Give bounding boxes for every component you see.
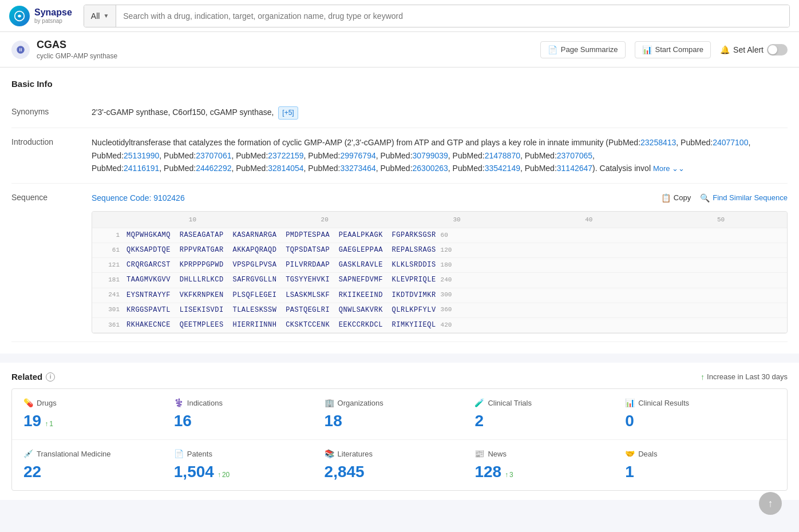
copy-button[interactable]: 📋 Copy bbox=[661, 192, 691, 204]
set-alert-toggle[interactable]: 🔔 Set Alert bbox=[720, 44, 788, 55]
indications-count-area: 16 bbox=[174, 412, 325, 430]
sequence-ruler: 10 20 30 40 50 bbox=[92, 212, 787, 228]
start-compare-button[interactable]: 📊 Start Compare bbox=[635, 41, 711, 58]
pubmed-link-9[interactable]: 23707065 bbox=[557, 151, 592, 160]
organizations-card-header: 🏢 Organizations bbox=[325, 398, 475, 407]
clinical-trials-card[interactable]: 🧪 Clinical Trials 2 bbox=[474, 398, 625, 430]
introduction-row: Introduction Nucleotidyltransferase that… bbox=[11, 128, 788, 184]
pubmed-link-15[interactable]: 33542149 bbox=[485, 164, 520, 173]
drugs-count: 19 bbox=[23, 412, 41, 430]
synonyms-more-badge[interactable]: [+5] bbox=[278, 106, 298, 120]
pubmed-link-2[interactable]: 24077100 bbox=[713, 138, 748, 147]
toggle-thumb bbox=[768, 45, 777, 54]
indications-card-header: ⚕️ Indications bbox=[174, 398, 325, 407]
basic-info-title: Basic Info bbox=[11, 79, 788, 89]
deals-card[interactable]: 🤝 Deals 1 bbox=[625, 449, 776, 481]
seq-end-2: 120 bbox=[441, 245, 452, 256]
sequence-box[interactable]: 10 20 30 40 50 1 MQPWHGKAMQ RASEAGATAP K… bbox=[92, 211, 788, 334]
increase-label: ↑ Increase in Last 30 days bbox=[701, 372, 788, 382]
pubmed-link-7[interactable]: 30799039 bbox=[413, 151, 448, 160]
summarize-icon: 📄 bbox=[548, 45, 557, 54]
search-area: All ▼ bbox=[84, 5, 790, 27]
increase-text: Increase in Last 30 days bbox=[707, 372, 788, 381]
clinical-results-icon: 📊 bbox=[625, 398, 635, 407]
pubmed-link-13[interactable]: 33273464 bbox=[340, 164, 375, 173]
ruler-30: 30 bbox=[391, 215, 523, 225]
logo-area: Synapse by patsnap bbox=[9, 6, 72, 26]
news-icon: 📰 bbox=[474, 449, 484, 458]
pubmed-link-10[interactable]: 24116191 bbox=[124, 164, 159, 173]
synonyms-text: 2'3'-cGAMP synthase, C6orf150, cGAMP syn… bbox=[92, 108, 274, 117]
deals-count-area: 1 bbox=[625, 463, 776, 481]
patents-card[interactable]: 📄 Patents 1,504 ↑ 20 bbox=[174, 449, 325, 481]
drugs-card-header: 💊 Drugs bbox=[23, 398, 174, 407]
pubmed-link-1[interactable]: 23258413 bbox=[640, 138, 676, 147]
sequence-value: Sequence Code: 9102426 📋 Copy 🔍 Find Sim… bbox=[92, 192, 788, 334]
drugs-card[interactable]: 💊 Drugs 19 ↑ 1 bbox=[23, 398, 174, 430]
sequence-code-link[interactable]: Sequence Code: 9102426 bbox=[92, 192, 185, 204]
translational-medicine-count-area: 22 bbox=[23, 463, 174, 481]
deals-icon: 🤝 bbox=[625, 449, 635, 458]
seq-data-5: EYSNTRAYYF VKFKRNPKEN PLSQFLEGEI LSASKML… bbox=[126, 290, 436, 301]
logo-text: Synapse by patsnap bbox=[34, 7, 72, 25]
search-input[interactable] bbox=[116, 5, 789, 27]
more-button[interactable]: More ⌄⌄ bbox=[653, 164, 685, 173]
seq-end-7: 420 bbox=[441, 320, 452, 331]
synonyms-label: Synonyms bbox=[11, 106, 92, 116]
clinical-trials-count-area: 2 bbox=[474, 412, 625, 430]
entity-name: CGAS bbox=[37, 39, 540, 51]
patents-count: 1,504 bbox=[174, 463, 214, 481]
translational-medicine-card-header: 💉 Translational Medicine bbox=[23, 449, 174, 458]
pubmed-link-14[interactable]: 26300263 bbox=[413, 164, 448, 173]
pubmed-link-4[interactable]: 23707061 bbox=[196, 151, 231, 160]
increase-arrow-icon: ↑ bbox=[701, 372, 705, 382]
find-similar-icon: 🔍 bbox=[700, 192, 710, 204]
indications-card[interactable]: ⚕️ Indications 16 bbox=[174, 398, 325, 430]
pubmed-link-8[interactable]: 21478870 bbox=[485, 151, 520, 160]
seq-num-7: 361 bbox=[97, 320, 120, 331]
intro-text: Nucleotidyltransferase that catalyzes th… bbox=[92, 138, 640, 147]
clinical-results-card[interactable]: 📊 Clinical Results 0 bbox=[625, 398, 776, 430]
seq-data-6: KRGGSPAVTL LISEKISVDI TLALESKSSW PASTQEG… bbox=[126, 305, 436, 316]
literatures-card[interactable]: 📚 Literatures 2,845 bbox=[325, 449, 475, 481]
brand-name: Synapse bbox=[34, 7, 72, 18]
copy-icon: 📋 bbox=[661, 192, 671, 204]
pubmed-link-11[interactable]: 24462292 bbox=[196, 164, 231, 173]
translational-medicine-label: Translational Medicine bbox=[37, 450, 111, 458]
news-card-header: 📰 News bbox=[474, 449, 625, 458]
seq-data-3: CRQRGARCST KPRPPPGPWD VPSPGLPVSA PILVRRD… bbox=[126, 260, 436, 271]
pubmed-link-3[interactable]: 25131990 bbox=[124, 151, 159, 160]
seq-data-1: MQPWHGKAMQ RASEAGATAP KASARNARGA PMDPTES… bbox=[126, 230, 436, 241]
seq-end-5: 300 bbox=[441, 290, 452, 300]
find-similar-button[interactable]: 🔍 Find Similar Sequence bbox=[700, 192, 788, 204]
seq-num-1: 1 bbox=[97, 231, 120, 241]
pubmed-link-5[interactable]: 23722159 bbox=[268, 151, 303, 160]
news-arrow-icon: ↑ bbox=[505, 471, 508, 479]
pubmed-link-6[interactable]: 29976794 bbox=[340, 151, 375, 160]
indications-label: Indications bbox=[187, 399, 223, 407]
seq-data-2: QKKSAPDTQE RPPVRATGAR AKKAPQRAQD TQPSDAT… bbox=[126, 245, 436, 256]
synonyms-value: 2'3'-cGAMP synthase, C6orf150, cGAMP syn… bbox=[92, 106, 788, 120]
literatures-count-area: 2,845 bbox=[325, 463, 475, 481]
pubmed-link-16[interactable]: 31142647 bbox=[557, 164, 592, 173]
copy-label: Copy bbox=[674, 192, 691, 204]
deals-label: Deals bbox=[638, 450, 657, 458]
seq-data-4: TAAGMVKGVV DHLLLRLKCD SAFRGVGLLN TGSYYEH… bbox=[126, 275, 436, 285]
sequence-actions: 📋 Copy 🔍 Find Similar Sequence bbox=[661, 192, 788, 204]
translational-medicine-card[interactable]: 💉 Translational Medicine 22 bbox=[23, 449, 174, 481]
toggle-track[interactable] bbox=[767, 44, 788, 55]
related-info-icon[interactable]: i bbox=[46, 372, 55, 382]
search-category-dropdown[interactable]: All ▼ bbox=[84, 5, 116, 27]
find-similar-label[interactable]: Find Similar Sequence bbox=[713, 192, 788, 204]
organizations-count: 18 bbox=[325, 412, 342, 430]
organizations-card[interactable]: 🏢 Organizations 18 bbox=[325, 398, 475, 430]
seq-num-6: 301 bbox=[97, 305, 120, 315]
pubmed-link-12[interactable]: 32814054 bbox=[268, 164, 303, 173]
news-card[interactable]: 📰 News 128 ↑ 3 bbox=[474, 449, 625, 481]
literatures-icon: 📚 bbox=[325, 449, 334, 458]
literatures-count: 2,845 bbox=[325, 463, 365, 481]
main-content: Basic Info Synonyms 2'3'-cGAMP synthase,… bbox=[0, 68, 799, 354]
deals-count: 1 bbox=[625, 463, 634, 481]
patents-count-area: 1,504 ↑ 20 bbox=[174, 463, 325, 481]
page-summarize-button[interactable]: 📄 Page Summarize bbox=[540, 41, 626, 58]
